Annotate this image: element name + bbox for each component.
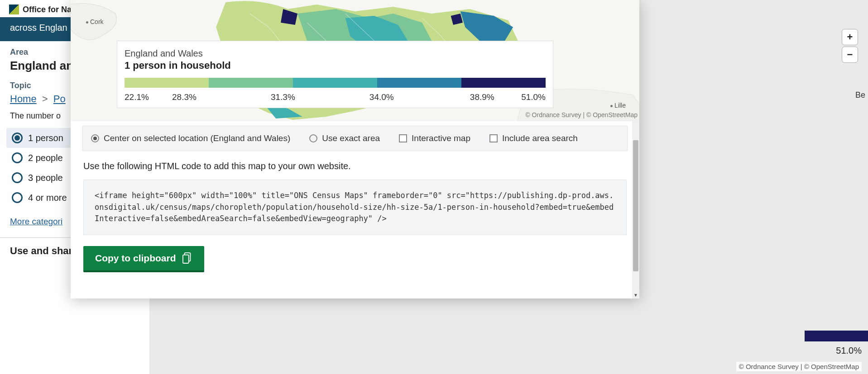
legend-swatch-4: [377, 78, 461, 88]
crumb-home[interactable]: Home: [10, 93, 37, 104]
opt-include-search-label: Include area search: [502, 133, 578, 143]
embed-modal: ▲ ▼ Cork: [71, 0, 639, 298]
copy-btn-label: Copy to clipboard: [95, 253, 176, 264]
preview-attribution: © Ordnance Survey | © OpenStreetMap: [525, 111, 638, 118]
radio-icon: [12, 152, 23, 163]
radio-icon: [309, 134, 317, 142]
bg-label-be: Be: [855, 90, 865, 100]
radio-label: 3 people: [28, 173, 63, 183]
embed-code-block[interactable]: <iframe height="600px" width="100%" titl…: [83, 180, 627, 235]
instruction-text: Use the following HTML code to add this …: [83, 161, 627, 171]
opt-include-area-search[interactable]: Include area search: [489, 133, 578, 143]
legend-val-6: 51.0%: [521, 92, 546, 102]
opt-interactive-label: Interactive map: [412, 133, 470, 143]
legend-val-5: 38.9%: [436, 92, 529, 102]
crumb-next[interactable]: Po: [53, 93, 66, 104]
radio-icon: [12, 172, 23, 183]
bg-legend-color: [805, 331, 868, 341]
scroll-down-arrow-icon[interactable]: ▼: [632, 291, 639, 298]
crumb-sep: >: [42, 93, 48, 104]
zoom-controls: + −: [842, 29, 858, 63]
legend-values: 22.1% 28.3% 31.3% 34.0% 38.9% 51.0%: [125, 92, 546, 102]
legend-title: 1 person in household: [125, 60, 546, 71]
opt-exact-label: Use exact area: [322, 133, 380, 143]
opt-center-label: Center on selected location (England and…: [104, 133, 290, 143]
legend-swatch-1: [125, 78, 209, 88]
radio-icon: [12, 192, 23, 203]
scroll-thumb[interactable]: [633, 140, 638, 271]
opt-interactive-map[interactable]: Interactive map: [399, 133, 470, 143]
modal-body: Center on selected location (England and…: [71, 126, 639, 286]
bg-attribution: © Ordnance Survey | © OpenStreetMap: [736, 362, 862, 371]
bg-legend-max-value: 51.0%: [836, 346, 862, 356]
more-categories-link[interactable]: More categori: [10, 217, 62, 226]
legend-swatch-2: [209, 78, 293, 88]
radio-label: 4 or more: [28, 193, 67, 203]
legend-card: England and Wales 1 person in household …: [117, 41, 553, 108]
use-share-label: Use and share: [10, 245, 78, 257]
zoom-in-button[interactable]: +: [842, 29, 858, 45]
radio-icon: [12, 133, 23, 143]
legend-swatch-3: [293, 78, 377, 88]
legend-val-2: 28.3%: [138, 92, 231, 102]
checkbox-icon: [489, 134, 498, 142]
copy-to-clipboard-button[interactable]: Copy to clipboard: [83, 246, 204, 272]
checkbox-icon: [399, 134, 407, 142]
radio-label: 1 person: [28, 133, 63, 143]
embed-options-bar: Center on selected location (England and…: [82, 126, 628, 151]
legend-val-4: 34.0%: [335, 92, 428, 102]
legend-val-3: 31.3%: [236, 92, 330, 102]
opt-center[interactable]: Center on selected location (England and…: [91, 133, 290, 143]
copy-icon: [182, 252, 192, 264]
svg-rect-2: [182, 255, 188, 263]
ons-logo-icon: [9, 5, 19, 14]
legend-color-bar: [125, 78, 546, 88]
opt-exact-area[interactable]: Use exact area: [309, 133, 380, 143]
zoom-out-button[interactable]: −: [842, 47, 858, 63]
map-label-lille: Lille: [610, 102, 626, 109]
radio-label: 2 people: [28, 153, 63, 163]
radio-icon: [91, 134, 99, 142]
map-label-cork: Cork: [86, 18, 104, 25]
legend-area: England and Wales: [125, 48, 546, 59]
brand-text: Office for Nati: [23, 5, 77, 14]
map-preview: Cork Cardiff London Lille © Ordnance Sur…: [71, 0, 639, 121]
legend-swatch-5: [461, 78, 546, 88]
